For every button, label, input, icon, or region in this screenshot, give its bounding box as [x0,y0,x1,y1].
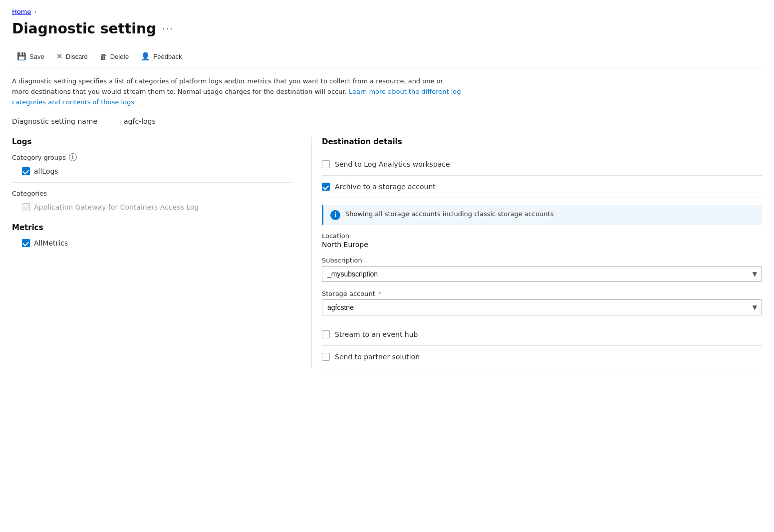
all-logs-label[interactable]: allLogs [34,167,58,175]
breadcrumb: Home › [12,8,762,15]
partner-solution-checkbox[interactable] [322,353,330,361]
feedback-button[interactable]: 👤 Feedback [136,49,187,64]
setting-name-label: Diagnostic setting name [12,117,112,125]
category-groups-info-icon[interactable]: i [69,153,77,161]
info-banner-text: Showing all storage accounts including c… [345,210,553,218]
delete-icon: 🗑 [100,52,107,61]
access-log-label: Application Gateway for Containers Acces… [34,203,199,211]
subscription-select-wrapper: _mysubscription ▼ [322,266,762,282]
all-metrics-label[interactable]: AllMetrics [34,239,68,247]
feedback-label: Feedback [153,53,182,60]
discard-icon: ✕ [56,52,63,61]
archive-storage-checkbox[interactable] [322,183,330,191]
save-icon: 💾 [17,52,26,61]
storage-account-label: Storage account * [322,290,762,297]
more-options-button[interactable]: ··· [162,23,174,34]
info-description: A diagnostic setting specifies a list of… [12,76,461,107]
event-hub-label[interactable]: Stream to an event hub [335,330,418,338]
storage-account-select[interactable]: agfcstne [322,299,762,315]
setting-name-value: agfc-logs [124,117,156,125]
event-hub-row: Stream to an event hub [322,323,762,346]
save-button[interactable]: 💾 Save [12,49,49,64]
access-log-checkbox [22,203,30,211]
location-label: Location [322,232,762,240]
delete-button[interactable]: 🗑 Delete [95,49,134,64]
partner-solution-label[interactable]: Send to partner solution [335,353,420,361]
categories-label: Categories [12,190,291,197]
all-logs-row: allLogs [12,167,291,175]
main-content: Logs Category groups i allLogs Categorie… [12,137,762,368]
metrics-section: Metrics AllMetrics [12,223,291,247]
all-logs-checkbox[interactable] [22,167,30,175]
delete-label: Delete [110,53,129,60]
toolbar: 💾 Save ✕ Discard 🗑 Delete 👤 Feedback [12,45,762,68]
logs-section: Logs Category groups i allLogs Categorie… [12,137,291,211]
event-hub-checkbox[interactable] [322,330,330,338]
logs-divider [12,182,291,183]
destination-title: Destination details [322,137,762,146]
location-group: Location North Europe [322,232,762,249]
log-analytics-checkbox[interactable] [322,160,330,168]
log-analytics-label[interactable]: Send to Log Analytics workspace [335,160,450,168]
logs-title: Logs [12,137,291,146]
page-title: Diagnostic setting [12,20,156,37]
feedback-icon: 👤 [141,52,150,61]
all-metrics-checkbox[interactable] [22,239,30,247]
info-banner-icon: i [330,210,340,220]
storage-account-required-marker: * [378,290,382,297]
category-groups-text: Category groups [12,154,66,161]
log-analytics-row: Send to Log Analytics workspace [322,153,762,176]
home-link[interactable]: Home [12,8,31,15]
page-title-row: Diagnostic setting ··· [12,20,762,37]
subscription-select[interactable]: _mysubscription [322,266,762,282]
access-log-row: Application Gateway for Containers Acces… [12,203,291,211]
right-panel: Destination details Send to Log Analytic… [311,137,762,368]
archive-storage-label[interactable]: Archive to a storage account [335,183,436,191]
location-value: North Europe [322,241,762,249]
metrics-title: Metrics [12,223,291,232]
discard-label: Discard [66,53,88,60]
subscription-group: Subscription _mysubscription ▼ [322,257,762,282]
save-label: Save [29,53,44,60]
categories-section: Categories Application Gateway for Conta… [12,190,291,211]
partner-solution-row: Send to partner solution [322,346,762,368]
categories-text: Categories [12,190,47,197]
storage-account-group: Storage account * agfcstne ▼ [322,290,762,315]
storage-account-select-wrapper: agfcstne ▼ [322,299,762,315]
left-panel: Logs Category groups i allLogs Categorie… [12,137,311,368]
category-groups-label: Category groups i [12,153,291,161]
setting-name-row: Diagnostic setting name agfc-logs [12,117,762,125]
all-metrics-row: AllMetrics [12,239,291,247]
archive-storage-row: Archive to a storage account [322,176,762,198]
breadcrumb-separator: › [34,8,36,15]
subscription-label: Subscription [322,257,762,264]
storage-info-banner: i Showing all storage accounts including… [322,205,762,225]
access-log-check-mark [23,204,28,209]
discard-button[interactable]: ✕ Discard [51,49,93,64]
storage-account-label-text: Storage account [322,290,375,297]
